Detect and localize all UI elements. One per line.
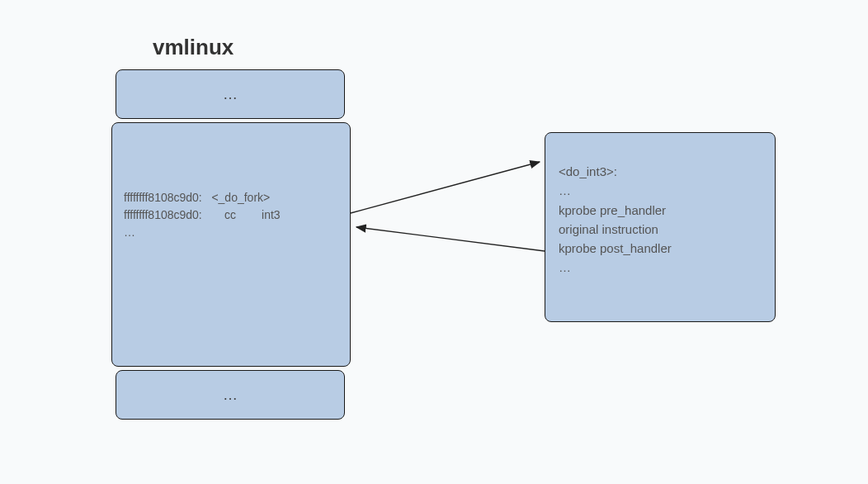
ellipsis-text: … (223, 86, 238, 103)
handler-line: original instruction (559, 220, 762, 239)
code-line: ffffffff8108c9d0: cc int3 (124, 206, 338, 224)
code-line: ffffffff8108c9d0: <_do_fork> (124, 189, 338, 206)
ellipsis-text: … (223, 387, 238, 404)
handler-line: kprobe pre_handler (559, 201, 762, 220)
arrow-from-handler (356, 227, 545, 251)
handler-line: … (559, 258, 762, 277)
arrow-to-handler (351, 162, 540, 213)
handler-line: <do_int3>: (559, 162, 762, 181)
handler-line: … (559, 181, 762, 200)
code-line: … (124, 224, 338, 241)
diagram-title: vmlinux (153, 35, 234, 60)
handler-line: kprobe post_handler (559, 239, 762, 258)
handler-box: <do_int3>: … kprobe pre_handler original… (545, 132, 776, 322)
vmlinux-code-box: ffffffff8108c9d0: <_do_fork> ffffffff810… (111, 122, 351, 367)
vmlinux-prefix-box: … (116, 69, 345, 119)
vmlinux-suffix-box: … (116, 370, 345, 420)
